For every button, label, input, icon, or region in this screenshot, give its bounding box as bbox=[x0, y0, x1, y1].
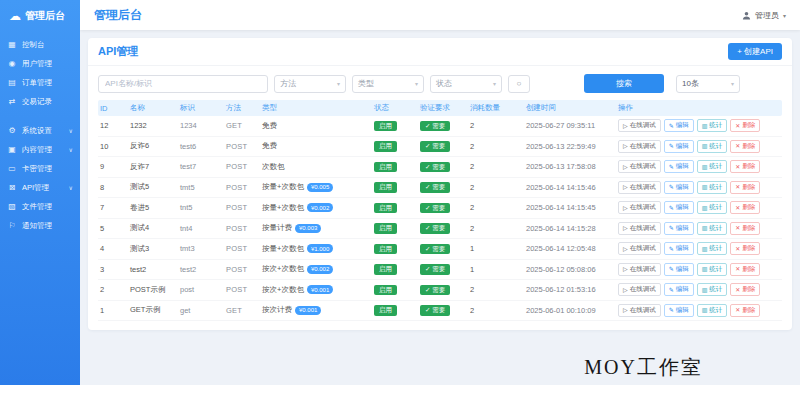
stats-button[interactable]: ▥统计 bbox=[697, 181, 728, 194]
cell-name: GET示例 bbox=[128, 305, 178, 315]
delete-button[interactable]: ✕删除 bbox=[730, 222, 760, 235]
sidebar-item-文件管理[interactable]: ▧文件管理 bbox=[0, 197, 80, 216]
search-button[interactable]: 搜索 bbox=[584, 74, 664, 93]
sidebar-item-交易记录[interactable]: ⇄交易记录 bbox=[0, 92, 80, 111]
keyword-input[interactable] bbox=[98, 75, 268, 93]
stats-button[interactable]: ▥统计 bbox=[697, 242, 728, 255]
debug-button[interactable]: ▷在线调试 bbox=[618, 140, 661, 153]
sidebar-item-卡密管理[interactable]: ▭卡密管理 bbox=[0, 159, 80, 178]
sidebar-item-系统设置[interactable]: ⚙系统设置∨ bbox=[0, 121, 80, 140]
stats-button[interactable]: ▥统计 bbox=[697, 140, 728, 153]
reset-button[interactable]: ○ bbox=[508, 75, 530, 93]
cell-created: 2025-06-14 14:15:45 bbox=[524, 203, 616, 212]
edit-button[interactable]: ✎编辑 bbox=[664, 222, 694, 235]
status-select[interactable]: 状态 ▾ bbox=[430, 75, 502, 93]
edit-button[interactable]: ✎编辑 bbox=[664, 181, 694, 194]
stats-button[interactable]: ▥统计 bbox=[697, 304, 728, 317]
price-badge: ¥0.002 bbox=[307, 203, 333, 212]
user-name: 管理员 bbox=[755, 10, 779, 21]
edit-icon: ✎ bbox=[669, 246, 674, 252]
cell-id: 12 bbox=[98, 121, 128, 130]
cell-method: POST bbox=[224, 285, 260, 294]
table-row: 7 卷进5 tnt5 POST 按量+次数包 ¥0.002 启用 ✓ 需要 2 … bbox=[98, 198, 782, 219]
stats-button[interactable]: ▥统计 bbox=[697, 119, 728, 132]
sidebar-item-API管理[interactable]: ⊠API管理∨ bbox=[0, 178, 80, 197]
method-select[interactable]: 方法 ▾ bbox=[274, 75, 346, 93]
delete-button[interactable]: ✕删除 bbox=[730, 263, 760, 276]
action-label: 删除 bbox=[742, 121, 755, 130]
create-api-button[interactable]: + 创建API bbox=[728, 43, 782, 60]
debug-button[interactable]: ▷在线调试 bbox=[618, 119, 661, 132]
stats-button[interactable]: ▥统计 bbox=[697, 222, 728, 235]
edit-button[interactable]: ✎编辑 bbox=[664, 140, 694, 153]
cell-id: 4 bbox=[98, 244, 128, 253]
sidebar-item-通知管理[interactable]: ⚐通知管理 bbox=[0, 216, 80, 235]
type-select[interactable]: 类型 ▾ bbox=[352, 75, 424, 93]
watermark-text: MOY工作室 bbox=[584, 354, 703, 381]
debug-button[interactable]: ▷在线调试 bbox=[618, 201, 661, 214]
debug-button[interactable]: ▷在线调试 bbox=[618, 160, 661, 173]
debug-button[interactable]: ▷在线调试 bbox=[618, 242, 661, 255]
debug-button[interactable]: ▷在线调试 bbox=[618, 283, 661, 296]
column-header: 名称 bbox=[128, 103, 178, 113]
debug-button[interactable]: ▷在线调试 bbox=[618, 222, 661, 235]
delete-button[interactable]: ✕删除 bbox=[730, 160, 760, 173]
cell-quota: 2 bbox=[468, 121, 524, 130]
row-actions: ▷在线调试✎编辑▥统计✕删除 bbox=[616, 222, 782, 235]
edit-button[interactable]: ✎编辑 bbox=[664, 160, 694, 173]
verify-badge: ✓ 需要 bbox=[420, 203, 450, 214]
stats-button[interactable]: ▥统计 bbox=[697, 160, 728, 173]
sidebar-item-用户管理[interactable]: ◉用户管理 bbox=[0, 54, 80, 73]
chevron-down-icon: ∨ bbox=[69, 127, 73, 134]
debug-button[interactable]: ▷在线调试 bbox=[618, 263, 661, 276]
stats-button[interactable]: ▥统计 bbox=[697, 283, 728, 296]
action-label: 删除 bbox=[742, 265, 755, 274]
debug-button[interactable]: ▷在线调试 bbox=[618, 304, 661, 317]
cell-code: post bbox=[178, 285, 224, 294]
action-label: 在线调试 bbox=[630, 265, 656, 274]
verify-badge: ✓ 需要 bbox=[420, 121, 450, 132]
delete-button[interactable]: ✕删除 bbox=[730, 119, 760, 132]
delete-button[interactable]: ✕删除 bbox=[730, 181, 760, 194]
edit-button[interactable]: ✎编辑 bbox=[664, 119, 694, 132]
sidebar-item-控制台[interactable]: ▦控制台 bbox=[0, 35, 80, 54]
edit-button[interactable]: ✎编辑 bbox=[664, 201, 694, 214]
price-badge: ¥0.001 bbox=[295, 306, 321, 315]
cloud-logo-icon: ☁ bbox=[9, 10, 21, 22]
action-label: 统计 bbox=[709, 183, 722, 192]
edit-button[interactable]: ✎编辑 bbox=[664, 242, 694, 255]
edit-button[interactable]: ✎编辑 bbox=[664, 283, 694, 296]
row-actions: ▷在线调试✎编辑▥统计✕删除 bbox=[616, 283, 782, 296]
api-management-card: API管理 + 创建API 方法 ▾ 类型 ▾ 状态 ▾ ○ 搜索 10条 ▾ … bbox=[88, 38, 792, 330]
user-menu[interactable]: 管理员 ▾ bbox=[742, 10, 786, 21]
cell-name: 反诈6 bbox=[128, 141, 178, 151]
cell-created: 2025-06-13 17:58:08 bbox=[524, 162, 616, 171]
debug-button[interactable]: ▷在线调试 bbox=[618, 181, 661, 194]
delete-button[interactable]: ✕删除 bbox=[730, 304, 760, 317]
edit-button[interactable]: ✎编辑 bbox=[664, 304, 694, 317]
edit-button[interactable]: ✎编辑 bbox=[664, 263, 694, 276]
stats-button[interactable]: ▥统计 bbox=[697, 201, 728, 214]
sidebar-item-订单管理[interactable]: ▤订单管理 bbox=[0, 73, 80, 92]
delete-button[interactable]: ✕删除 bbox=[730, 283, 760, 296]
cell-status: 启用 bbox=[372, 162, 418, 173]
sidebar-item-内容管理[interactable]: ▣内容管理∨ bbox=[0, 140, 80, 159]
row-actions: ▷在线调试✎编辑▥统计✕删除 bbox=[616, 201, 782, 214]
action-label: 编辑 bbox=[676, 203, 689, 212]
stats-button[interactable]: ▥统计 bbox=[697, 263, 728, 276]
debug-icon: ▷ bbox=[623, 307, 628, 313]
stats-icon: ▥ bbox=[702, 184, 708, 190]
cell-created: 2025-06-12 01:53:16 bbox=[524, 285, 616, 294]
column-header: 状态 bbox=[372, 103, 418, 113]
verify-badge: ✓ 需要 bbox=[420, 264, 450, 275]
debug-icon: ▷ bbox=[623, 225, 628, 231]
action-label: 在线调试 bbox=[630, 183, 656, 192]
delete-button[interactable]: ✕删除 bbox=[730, 201, 760, 214]
method-select-placeholder: 方法 bbox=[280, 78, 296, 89]
delete-button[interactable]: ✕删除 bbox=[730, 242, 760, 255]
delete-button[interactable]: ✕删除 bbox=[730, 140, 760, 153]
card-icon: ▭ bbox=[7, 164, 17, 173]
row-actions: ▷在线调试✎编辑▥统计✕删除 bbox=[616, 181, 782, 194]
page-size-select[interactable]: 10条 ▾ bbox=[676, 75, 740, 93]
price-badge: ¥1.000 bbox=[307, 244, 333, 253]
